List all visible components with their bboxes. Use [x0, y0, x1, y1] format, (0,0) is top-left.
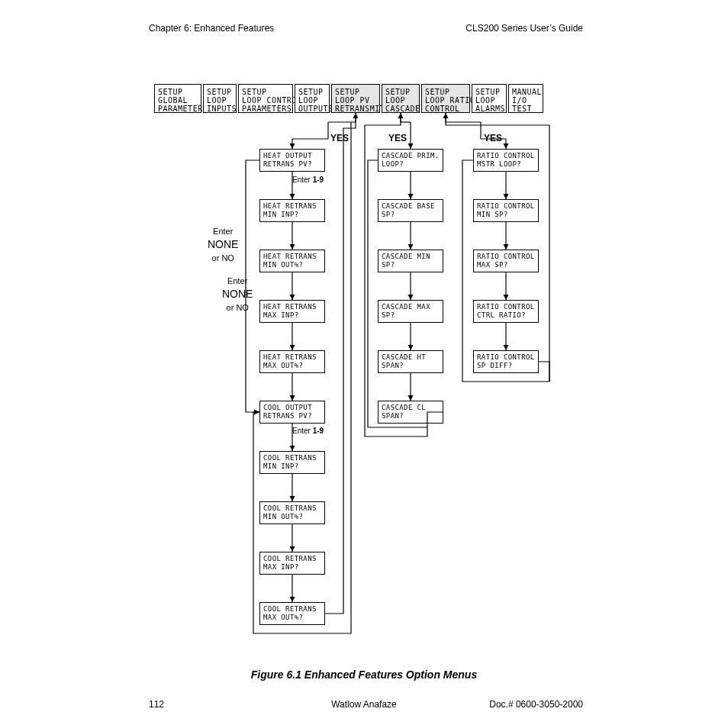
- step-heat-retrans-min-out: HEAT RETRANS MIN OUT%?: [259, 250, 325, 272]
- menu-loop-cascade: SETUP LOOP CASCADE: [382, 84, 420, 113]
- step-ratio-sp-diff: RATIO CONTROL SP DIFF?: [473, 350, 539, 373]
- label-yes-b: YES: [388, 133, 407, 143]
- step-cascade-max-sp: CASCADE MAX SP?: [378, 300, 443, 323]
- step-ratio-ctrl-ratio: RATIO CONTROL CTRL RATIO?: [473, 300, 539, 323]
- footer-right: Doc.# 0600-3050-2000: [489, 699, 583, 710]
- step-cool-retrans-min-out: COOL RETRANS MIN OUT%?: [259, 501, 325, 524]
- label-none-or-no-heat: Enter NONE or NO: [208, 224, 238, 265]
- menu-loop-control: SETUP LOOP CONTROL PARAMETERS: [238, 84, 293, 113]
- step-heat-retrans-min-inp: HEAT RETRANS MIN INP?: [259, 199, 325, 222]
- label-enter-1-9-cool: Enter 1-9: [292, 427, 324, 435]
- step-ratio-max-sp: RATIO CONTROL MAX SP?: [473, 250, 539, 272]
- menu-loop-pv-retrans: SETUP LOOP PV RETRANSMIT: [331, 84, 380, 113]
- step-ratio-min-sp: RATIO CONTROL MIN SP?: [473, 199, 539, 222]
- menu-global-params: SETUP GLOBAL PARAMETERS: [154, 84, 201, 113]
- step-cascade-cl-span: CASCADE CL SPAN?: [378, 401, 443, 424]
- label-none-or-no-cool: Enter NONE or NO: [222, 274, 253, 314]
- step-cascade-base-sp: CASCADE BASE SP?: [378, 199, 443, 222]
- menu-loop-inputs: SETUP LOOP INPUTS: [203, 84, 237, 113]
- step-ratio-mstr-loop: RATIO CONTROL MSTR LOOP?: [473, 149, 539, 172]
- footer-center: Watlow Anafaze: [0, 699, 728, 710]
- step-cascade-ht-span: CASCADE HT SPAN?: [378, 350, 443, 373]
- step-cascade-prim-loop: CASCADE PRIM. LOOP?: [378, 149, 443, 172]
- step-cool-output-retrans-pv: COOL OUTPUT RETRANS PV?: [259, 401, 325, 424]
- step-cool-retrans-max-out: COOL RETRANS MAX OUT%?: [259, 602, 325, 625]
- menu-loop-ratio: SETUP LOOP RATIO CONTROL: [421, 84, 470, 113]
- menu-loop-outputs: SETUP LOOP OUTPUTS: [295, 84, 330, 113]
- step-heat-retrans-max-inp: HEAT RETRANS MAX INP?: [259, 300, 325, 323]
- menu-loop-alarms: SETUP LOOP ALARMS: [472, 84, 507, 113]
- header-left: Chapter 6: Enhanced Features: [149, 23, 274, 34]
- label-enter-1-9-heat: Enter 1-9: [292, 176, 324, 184]
- menu-manual-io: MANUAL I/O TEST: [508, 84, 543, 113]
- figure-caption: Figure 6.1 Enhanced Features Option Menu…: [0, 668, 728, 681]
- label-yes-a: YES: [330, 133, 349, 143]
- header-right: CLS200 Series User’s Guide: [465, 23, 583, 34]
- step-heat-output-retrans-pv: HEAT OUTPUT RETRANS PV?: [259, 149, 325, 172]
- step-cool-retrans-max-inp: COOL RETRANS MAX INP?: [259, 552, 325, 575]
- step-heat-retrans-max-out: HEAT RETRANS MAX OUT%?: [259, 350, 325, 373]
- step-cascade-min-sp: CASCADE MIN SP?: [378, 250, 443, 272]
- label-yes-c: YES: [484, 133, 502, 143]
- step-cool-retrans-min-inp: COOL RETRANS MIN INP?: [259, 451, 325, 474]
